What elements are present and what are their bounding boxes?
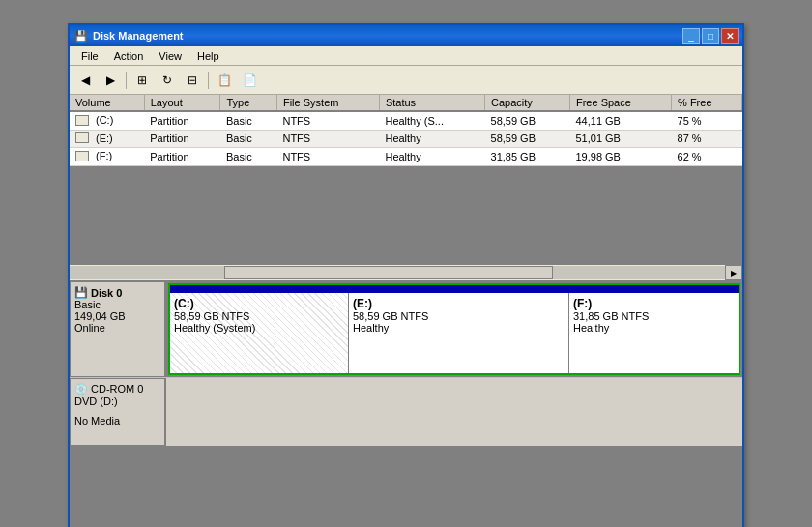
scroll-thumb[interactable] bbox=[224, 266, 553, 279]
cdrom-type: DVD (D:) bbox=[74, 395, 160, 407]
disk-management-window: 💾 Disk Management _ □ ✕ File Action View… bbox=[68, 23, 744, 527]
window-controls: _ □ ✕ bbox=[682, 28, 739, 44]
cell-status: Healthy bbox=[379, 148, 484, 166]
cell-capacity: 58,59 GB bbox=[485, 130, 570, 148]
forward-button[interactable]: ▶ bbox=[99, 70, 122, 91]
partition-f-size: 31,85 GB NTFS bbox=[573, 310, 735, 322]
cell-filesystem: NTFS bbox=[276, 130, 379, 148]
disk-visual-section: 💾 Disk 0 Basic 149,04 GB Online (C:) 58,… bbox=[70, 281, 742, 527]
cell-volume: (F:) bbox=[70, 148, 144, 166]
disk0-row: 💾 Disk 0 Basic 149,04 GB Online (C:) 58,… bbox=[70, 281, 742, 378]
cdrom-partition-area bbox=[166, 378, 742, 446]
disk0-name: 💾 Disk 0 bbox=[74, 286, 160, 299]
cell-layout: Partition bbox=[144, 111, 220, 130]
drive-icon bbox=[75, 132, 89, 143]
maximize-button[interactable]: □ bbox=[702, 28, 719, 44]
cdrom-icon: 💿 bbox=[74, 383, 88, 395]
cell-pctfree: 62 % bbox=[672, 148, 742, 166]
partition-f[interactable]: (F:) 31,85 GB NTFS Healthy bbox=[569, 285, 739, 373]
partition-f-status: Healthy bbox=[573, 322, 735, 334]
col-layout: Layout bbox=[144, 95, 220, 111]
disk0-partitions: (C:) 58,59 GB NTFS Healthy (System) (E:)… bbox=[168, 283, 740, 375]
menu-help[interactable]: Help bbox=[189, 48, 227, 64]
cell-volume: (E:) bbox=[70, 130, 144, 148]
disk0-header-bar bbox=[170, 285, 739, 293]
cell-filesystem: NTFS bbox=[276, 148, 379, 166]
col-type: Type bbox=[220, 95, 277, 111]
drive-icon bbox=[75, 115, 89, 126]
partition-e-status: Healthy bbox=[353, 322, 565, 334]
col-capacity: Capacity bbox=[485, 95, 570, 111]
col-filesystem: File System bbox=[276, 95, 379, 111]
disk-hdd-icon: 💾 bbox=[74, 286, 88, 299]
cell-capacity: 31,85 GB bbox=[485, 148, 570, 166]
partition-c[interactable]: (C:) 58,59 GB NTFS Healthy (System) bbox=[170, 285, 349, 373]
cell-freespace: 51,01 GB bbox=[569, 130, 671, 148]
scroll-track bbox=[70, 266, 725, 279]
cell-layout: Partition bbox=[144, 148, 220, 166]
partition-f-label: (F:) bbox=[573, 297, 735, 310]
copy-button[interactable]: 📋 bbox=[213, 70, 236, 91]
cell-status: Healthy (S... bbox=[379, 111, 484, 130]
separator-1 bbox=[126, 72, 127, 89]
drive-icon bbox=[75, 151, 89, 161]
grid-view-button[interactable]: ⊞ bbox=[130, 70, 154, 91]
cell-capacity: 58,59 GB bbox=[485, 111, 570, 130]
cell-pctfree: 75 % bbox=[672, 111, 742, 130]
cell-status: Healthy bbox=[379, 130, 484, 148]
partition-e-size: 58,59 GB NTFS bbox=[353, 310, 565, 322]
partition-e-label: (E:) bbox=[353, 297, 565, 310]
main-pane: Volume Layout Type File System Status Ca… bbox=[70, 95, 742, 527]
partition-c-status: Healthy (System) bbox=[174, 322, 344, 334]
paste-button[interactable]: 📄 bbox=[238, 70, 261, 91]
toolbar: ◀ ▶ ⊞ ↻ ⊟ 📋 📄 bbox=[70, 66, 742, 95]
menu-bar: File Action View Help bbox=[70, 46, 742, 66]
volume-table-section: Volume Layout Type File System Status Ca… bbox=[70, 95, 742, 264]
window-title: Disk Management bbox=[93, 30, 682, 42]
volume-table: Volume Layout Type File System Status Ca… bbox=[70, 95, 742, 166]
cell-volume: (C:) bbox=[70, 111, 144, 130]
cell-type: Basic bbox=[220, 111, 277, 130]
partition-c-size: 58,59 GB NTFS bbox=[174, 310, 344, 322]
table-row[interactable]: (F:) Partition Basic NTFS Healthy 31,85 … bbox=[70, 148, 742, 166]
menu-action[interactable]: Action bbox=[106, 48, 152, 64]
disk0-type: Basic bbox=[74, 299, 160, 310]
cell-layout: Partition bbox=[144, 130, 220, 148]
disk0-size: 149,04 GB bbox=[74, 310, 160, 322]
table-row[interactable]: (E:) Partition Basic NTFS Healthy 58,59 … bbox=[70, 130, 742, 148]
back-button[interactable]: ◀ bbox=[73, 70, 97, 91]
title-bar: 💾 Disk Management _ □ ✕ bbox=[70, 25, 742, 46]
scroll-right-button[interactable]: ▶ bbox=[725, 265, 742, 280]
refresh-button[interactable]: ↻ bbox=[156, 70, 179, 91]
cell-type: Basic bbox=[220, 148, 277, 166]
cdrom-row: 💿 CD-ROM 0 DVD (D:) No Media bbox=[70, 378, 742, 446]
menu-view[interactable]: View bbox=[151, 48, 189, 64]
disk0-status: Online bbox=[74, 322, 160, 334]
cell-filesystem: NTFS bbox=[276, 111, 379, 130]
col-freespace: Free Space bbox=[569, 95, 671, 111]
cell-type: Basic bbox=[220, 130, 277, 148]
cdrom-media: No Media bbox=[74, 415, 160, 426]
close-button[interactable]: ✕ bbox=[721, 28, 739, 44]
col-volume: Volume bbox=[70, 95, 144, 111]
grid2-button[interactable]: ⊟ bbox=[181, 70, 204, 91]
partition-c-label: (C:) bbox=[174, 297, 344, 310]
horizontal-scrollbar[interactable]: ▶ bbox=[70, 264, 742, 281]
menu-file[interactable]: File bbox=[73, 48, 106, 64]
cdrom-name: 💿 CD-ROM 0 bbox=[74, 383, 160, 395]
app-icon: 💾 bbox=[73, 28, 89, 44]
cell-freespace: 19,98 GB bbox=[569, 148, 671, 166]
cdrom-info: 💿 CD-ROM 0 DVD (D:) No Media bbox=[70, 378, 166, 446]
col-status: Status bbox=[379, 95, 484, 111]
disk0-info: 💾 Disk 0 Basic 149,04 GB Online bbox=[70, 281, 166, 377]
table-row[interactable]: (C:) Partition Basic NTFS Healthy (S... … bbox=[70, 111, 742, 130]
separator-2 bbox=[208, 72, 209, 89]
minimize-button[interactable]: _ bbox=[682, 28, 700, 44]
cell-pctfree: 87 % bbox=[672, 130, 742, 148]
cell-freespace: 44,11 GB bbox=[569, 111, 671, 130]
col-pctfree: % Free bbox=[672, 95, 742, 111]
partition-e[interactable]: (E:) 58,59 GB NTFS Healthy bbox=[349, 285, 569, 373]
